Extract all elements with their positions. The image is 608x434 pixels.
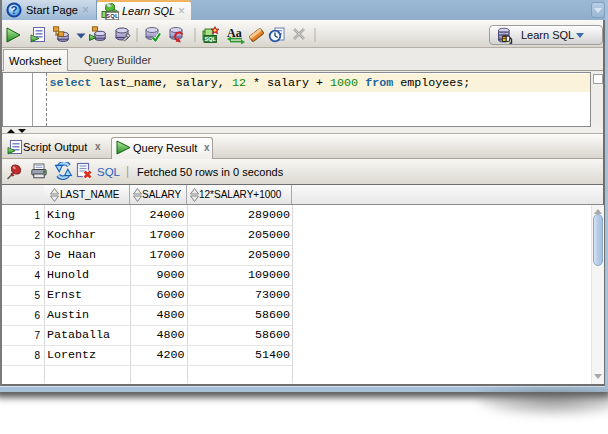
svg-text:SQL: SQL [106, 13, 119, 19]
svg-text:Aa: Aa [227, 26, 242, 40]
svg-text:SQL: SQL [204, 36, 216, 42]
svg-text:?: ? [10, 4, 17, 16]
